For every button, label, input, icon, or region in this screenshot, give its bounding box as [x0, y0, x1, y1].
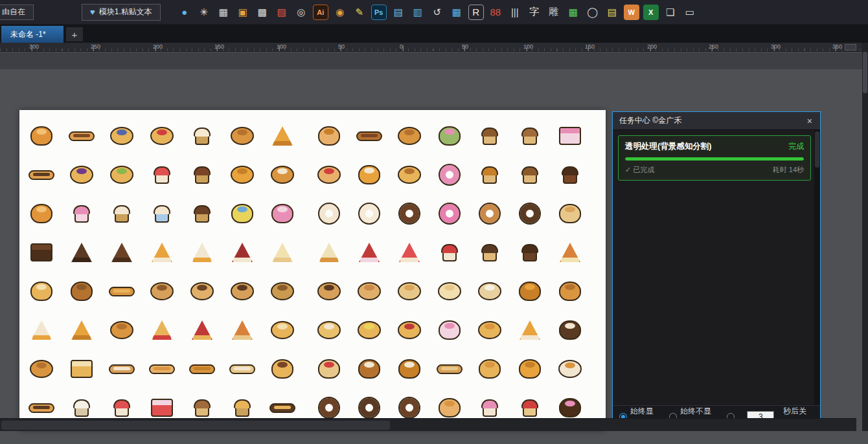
horizontal-scrollbar[interactable] — [0, 418, 856, 431]
person-icon[interactable]: ◉ — [332, 5, 348, 20]
crinkle-cookie-illustration — [475, 276, 504, 307]
number-88-icon[interactable]: 88 — [488, 5, 503, 20]
baguette-illustration — [108, 276, 136, 307]
strawberry-cupcake-illustration — [148, 159, 176, 190]
vertical-scrollbar[interactable] — [862, 43, 868, 431]
pink-macaron-illustration — [268, 198, 297, 229]
snowflake-icon[interactable]: ✳ — [196, 5, 212, 20]
strudel-illustration — [148, 353, 176, 384]
barcode-icon[interactable]: ||| — [507, 5, 523, 20]
tab-untitled-1[interactable]: 未命名 -1* — [1, 26, 63, 43]
vertical-scrollbar-handle[interactable] — [863, 52, 867, 93]
target-icon[interactable]: ◎ — [293, 5, 309, 20]
qr-grid-icon[interactable]: ▦ — [216, 5, 231, 20]
white-donut-illustration — [315, 198, 343, 229]
green-grid-icon[interactable]: ▦ — [565, 5, 581, 20]
ruler-label: 100 — [277, 43, 286, 50]
croissant-illustration — [27, 198, 56, 229]
circle-icon[interactable]: ◯ — [585, 5, 600, 20]
chocolate-muffin-illustration — [516, 237, 544, 268]
berry-tart-illustration — [67, 159, 96, 190]
pen-icon[interactable]: ✎ — [352, 5, 367, 20]
ruler-label: 250 — [709, 43, 718, 50]
task-center-panel: 任务中心 ©金广禾 × 透明处理(背景感知分割) 完成 ✓ 已完成 耗时 14秒 — [612, 111, 821, 428]
muffin-illustration — [516, 159, 544, 190]
sphere-icon[interactable]: ● — [177, 5, 192, 20]
artboard-canvas[interactable] — [19, 110, 606, 430]
panel-scrollbar-handle[interactable] — [815, 131, 819, 168]
cream-puff-illustration — [27, 276, 56, 307]
monitor-icon[interactable]: ▭ — [682, 5, 698, 20]
task-progress-fill — [625, 157, 804, 161]
pastry-row — [19, 194, 606, 233]
module-paste-text-button[interactable]: ♥ 模块1.粘贴文本 — [82, 4, 161, 21]
image-icon[interactable]: ▤ — [391, 5, 406, 20]
macaron-stack-illustration — [228, 198, 257, 229]
grid-blue-icon[interactable]: ▦ — [449, 5, 464, 20]
ruler-label: 250 — [91, 43, 100, 50]
heart-icon: ♥ — [90, 7, 95, 17]
ruler-label: 0 — [400, 43, 403, 50]
chart-icon[interactable]: ▥ — [410, 5, 426, 20]
app-title-box[interactable]: 由自在 — [0, 5, 34, 20]
cheesecake-slice-illustration — [268, 237, 297, 268]
ruler-label: 200 — [153, 43, 163, 50]
chocolate-cake-slice-illustration — [108, 237, 136, 268]
rose-bun-illustration — [556, 276, 584, 307]
cruller-illustration — [475, 315, 504, 346]
apple-pie-slice-illustration — [268, 120, 297, 151]
chocolate-cake-illustration — [27, 237, 56, 268]
cookie-illustration — [268, 276, 297, 307]
cake-slice-illustration — [556, 120, 584, 151]
task-name: 透明处理(背景感知分割) — [625, 141, 711, 152]
jam-bun-illustration — [315, 159, 343, 190]
ruler-label: 50 — [338, 43, 345, 50]
choc-chip-cookie-illustration — [315, 276, 343, 307]
pastry-row — [19, 155, 606, 194]
task-status-badge: 完成 — [788, 141, 804, 152]
strawberry-cheesecake-slice-illustration — [395, 237, 424, 268]
chocolate-eclair-illustration — [27, 159, 56, 190]
document-icon[interactable]: ▤ — [604, 5, 620, 20]
ai-badge-icon[interactable]: Ai — [313, 5, 328, 20]
close-icon[interactable]: × — [806, 116, 814, 126]
checker-icon[interactable]: ▩ — [255, 5, 270, 20]
ruler-label: 300 — [29, 43, 39, 50]
eclair-illustration — [67, 120, 96, 151]
copy-icon[interactable]: ❏ — [663, 5, 678, 20]
zi-character-icon[interactable]: 字 — [527, 5, 542, 20]
ruler-corner-button[interactable] — [845, 44, 856, 50]
excel-icon[interactable]: X — [643, 5, 659, 20]
hot-cross-bun-illustration — [395, 353, 424, 384]
new-tab-button[interactable]: + — [66, 27, 83, 41]
chocolate-donut-illustration — [395, 198, 424, 229]
croissant-illustration — [27, 120, 56, 151]
ruler-label: 350 — [832, 43, 842, 50]
horizontal-scrollbar-handle[interactable] — [1, 421, 390, 430]
layout-grid-icon[interactable]: ▣ — [235, 5, 251, 20]
layer-cake-slice-illustration — [188, 237, 216, 268]
muffin-illustration — [516, 120, 544, 151]
swirl-roll-illustration — [27, 353, 56, 384]
sugar-cookie-illustration — [395, 276, 424, 307]
panel-scrollbar[interactable] — [814, 130, 820, 405]
pastry-row — [19, 233, 606, 272]
w-badge-icon[interactable]: W — [624, 5, 639, 20]
tab-label: 未命名 -1* — [10, 29, 46, 40]
rotate-icon[interactable]: ↺ — [429, 5, 445, 20]
pastry-row — [19, 311, 606, 350]
choc-chip-cookie-illustration — [228, 276, 257, 307]
application-window: 由自在 ♥ 模块1.粘贴文本 ●✳▦▣▩▨◎Ai◉✎Ps▤▥↺▦R88|||字雕… — [0, 0, 868, 444]
halftone-icon[interactable]: ▨ — [274, 5, 290, 20]
r-badge-icon[interactable]: R — [468, 5, 484, 20]
pretzel-illustration — [67, 276, 96, 307]
oatmeal-cookie-illustration — [355, 276, 383, 307]
chocolate-drizzle-donut-illustration — [516, 198, 544, 229]
pink-donut-illustration — [435, 159, 464, 190]
ps-badge-icon[interactable]: Ps — [371, 5, 387, 20]
cookie-illustration — [148, 276, 176, 307]
caramel-donut-illustration — [475, 198, 504, 229]
paw-bun-illustration — [435, 315, 464, 346]
chocolate-muffin-illustration — [556, 159, 584, 190]
diao-characters-icon[interactable]: 雕 — [546, 5, 562, 20]
